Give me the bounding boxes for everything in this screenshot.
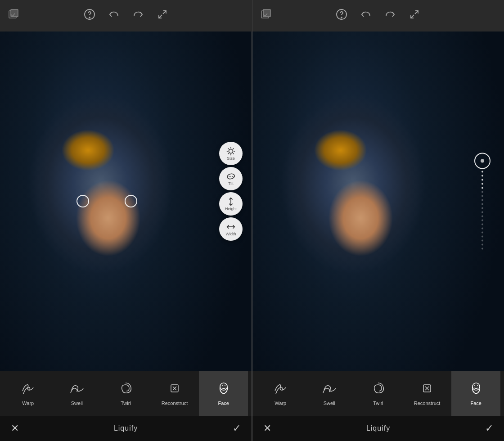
swell-tool-left[interactable]: Swell [53, 371, 102, 416]
confirm-button-right[interactable]: ✓ [485, 423, 493, 434]
reconstruct-icon-left [167, 381, 182, 399]
drag-dot-4 [482, 183, 483, 185]
liquify-title-left: Liquify [114, 424, 138, 432]
drag-dot-9 [482, 203, 483, 205]
svg-point-7 [341, 17, 342, 18]
swell-icon-right [322, 381, 337, 399]
drag-dot-1 [482, 171, 483, 173]
drag-dot-3 [482, 179, 483, 181]
drag-handle[interactable] [474, 153, 490, 250]
undo-icon-left[interactable] [108, 9, 120, 23]
drag-dot-6 [482, 191, 483, 193]
right-eye-marker [125, 195, 137, 207]
warp-tool-right[interactable]: Warp [256, 371, 305, 416]
cancel-button-right[interactable]: ✕ [263, 423, 271, 434]
left-bottom-panel: Warp Swell Twirl [0, 371, 252, 416]
expand-icon-right[interactable] [409, 9, 420, 23]
help-icon-right[interactable] [336, 9, 347, 23]
drag-dot-7 [482, 195, 483, 197]
expand-icon-left[interactable] [157, 9, 168, 23]
cancel-button-left[interactable]: ✕ [11, 423, 19, 434]
reconstruct-label-left: Reconstruct [162, 400, 188, 406]
svg-line-15 [228, 153, 229, 154]
face-label-right: Face [470, 400, 481, 406]
drag-dot-15 [482, 228, 483, 230]
left-topbar [0, 0, 252, 32]
height-tool-button[interactable]: Height [219, 192, 243, 216]
width-label: Width [225, 232, 236, 236]
gallery-icon-right[interactable] [260, 8, 272, 23]
help-icon-left[interactable] [84, 9, 95, 23]
liquify-title-right: Liquify [366, 424, 390, 432]
twirl-tool-left[interactable]: Twirl [101, 371, 150, 416]
drag-dot-20 [482, 248, 483, 250]
width-tool-button[interactable]: Width [219, 217, 243, 241]
face-tool-right[interactable]: Face [451, 371, 500, 416]
right-action-panel: ✕ Liquify ✓ [252, 416, 504, 441]
right-photo [252, 32, 504, 371]
drag-circle-inner [481, 159, 484, 163]
drag-dot-5 [482, 187, 483, 189]
right-bottom-panel: Warp Swell Twirl [252, 371, 504, 416]
size-tool-button[interactable]: Size [219, 142, 243, 165]
drag-dot-8 [482, 199, 483, 201]
face-label-left: Face [218, 400, 229, 406]
gallery-icon-left[interactable] [7, 8, 20, 23]
twirl-icon-right [371, 381, 385, 399]
left-photo: Size Tilt Height [0, 32, 252, 371]
main-editing-area: Size Tilt Height [0, 32, 504, 371]
left-eye-marker [76, 195, 89, 207]
right-topbar [252, 0, 504, 32]
left-panel: Size Tilt Height [0, 32, 252, 371]
svg-line-13 [228, 148, 229, 149]
svg-point-22 [220, 383, 227, 390]
right-tool-items: Warp Swell Twirl [252, 371, 504, 416]
face-icon-right [469, 381, 483, 399]
drag-dot-14 [482, 224, 483, 225]
bottom-toolbar: Warp Swell Twirl [0, 371, 504, 416]
right-face-illustration [252, 32, 504, 371]
tilt-label: Tilt [228, 182, 234, 186]
height-label: Height [225, 207, 237, 211]
twirl-label-right: Twirl [373, 400, 383, 406]
top-bar [0, 0, 504, 32]
twirl-icon-left [118, 381, 133, 399]
drag-dot-10 [482, 207, 483, 209]
reconstruct-icon-right [420, 381, 434, 399]
svg-point-8 [229, 149, 233, 153]
drag-dot-18 [482, 240, 483, 242]
drag-dot-17 [482, 236, 483, 238]
twirl-label-left: Twirl [121, 400, 131, 406]
tilt-tool-button[interactable]: Tilt [219, 167, 243, 190]
twirl-tool-right[interactable]: Twirl [354, 371, 403, 416]
drag-dots [482, 171, 483, 250]
warp-label-left: Warp [22, 400, 34, 406]
face-icon-left [216, 381, 231, 399]
svg-line-16 [233, 148, 234, 149]
drag-dot-2 [482, 175, 483, 177]
undo-icon-right[interactable] [360, 9, 372, 23]
redo-icon-left[interactable] [132, 9, 144, 23]
confirm-button-left[interactable]: ✓ [233, 423, 241, 434]
reconstruct-label-right: Reconstruct [414, 400, 441, 406]
drag-dot-11 [482, 212, 483, 213]
swell-tool-right[interactable]: Swell [305, 371, 354, 416]
svg-point-3 [89, 17, 90, 18]
swell-label-right: Swell [324, 400, 335, 406]
svg-point-26 [472, 383, 480, 390]
tool-buttons-panel: Size Tilt Height [219, 142, 243, 241]
drag-dot-19 [482, 244, 483, 246]
warp-tool-left[interactable]: Warp [4, 371, 53, 416]
drag-dot-16 [482, 232, 483, 234]
swell-icon-left [70, 381, 84, 399]
reconstruct-tool-left[interactable]: Reconstruct [150, 371, 199, 416]
size-label: Size [227, 157, 235, 161]
svg-line-14 [233, 153, 234, 154]
warp-label-right: Warp [274, 400, 286, 406]
face-tool-left[interactable]: Face [199, 371, 248, 416]
reconstruct-tool-right[interactable]: Reconstruct [403, 371, 452, 416]
warp-icon-left [21, 381, 35, 399]
redo-icon-right[interactable] [384, 9, 396, 23]
left-tool-items: Warp Swell Twirl [0, 371, 252, 416]
drag-circle[interactable] [474, 153, 490, 169]
